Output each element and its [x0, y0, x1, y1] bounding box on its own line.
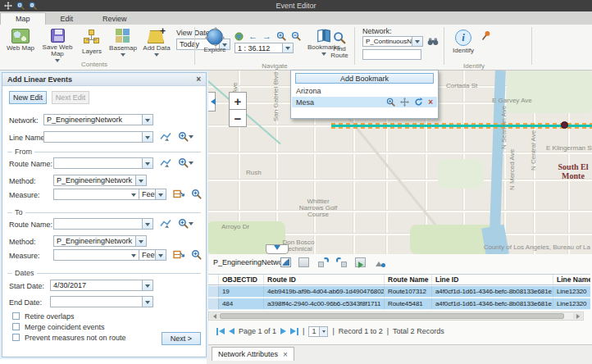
- basemap-button[interactable]: Basemap: [107, 29, 139, 59]
- column-header[interactable]: Route ID: [264, 275, 385, 284]
- from-route-name-combobox[interactable]: [53, 157, 153, 169]
- field-calculator-icon[interactable]: [298, 257, 309, 267]
- dropdown-icon[interactable]: [142, 132, 153, 142]
- previous-extent-icon[interactable]: ←: [248, 32, 257, 41]
- column-header[interactable]: Line Name: [553, 275, 590, 284]
- web-map-button[interactable]: Web Map: [5, 29, 36, 52]
- map-zoom-out-icon[interactable]: [291, 31, 301, 41]
- select-line-on-map-icon[interactable]: [160, 131, 171, 142]
- remove-bookmark-icon[interactable]: ×: [428, 98, 433, 107]
- new-edit-button[interactable]: New Edit: [9, 91, 47, 104]
- dropdown-icon[interactable]: [142, 219, 153, 229]
- network-dropdown-icon[interactable]: [412, 37, 422, 46]
- table-row[interactable]: 484 a398ff4c-2940-4c00-96b6-c5343f8f1711…: [208, 298, 590, 310]
- bookmark-item-mesa[interactable]: Mesa ×: [292, 97, 437, 107]
- network-combobox[interactable]: P_ContinuousNetwork: [362, 36, 423, 47]
- dropdown-icon[interactable]: [142, 280, 153, 290]
- export-records-icon[interactable]: [355, 257, 366, 267]
- layers-button[interactable]: Layers: [78, 30, 106, 55]
- column-header[interactable]: Line ID: [432, 275, 553, 284]
- add-data-button[interactable]: + Add Data: [140, 29, 173, 59]
- next-extent-icon[interactable]: →: [262, 32, 271, 41]
- pan-to-bookmark-icon[interactable]: [400, 98, 409, 107]
- start-date-combobox[interactable]: 4/30/2017: [50, 280, 153, 291]
- last-page-button[interactable]: [290, 328, 298, 335]
- dropdown-icon[interactable]: [142, 115, 153, 125]
- tab-map[interactable]: Map: [0, 12, 46, 25]
- find-binoculars-icon[interactable]: [427, 37, 439, 46]
- map-zoom-in-icon[interactable]: [276, 31, 286, 41]
- sort-records-icon[interactable]: [375, 257, 385, 267]
- to-route-name-combobox[interactable]: [53, 218, 153, 230]
- scroll-right-icon[interactable]: [573, 313, 582, 319]
- next-button[interactable]: Next >: [162, 332, 201, 345]
- network-combobox[interactable]: P_EngineeringNetwork: [43, 114, 153, 125]
- dropdown-icon[interactable]: [155, 250, 166, 260]
- scale-dropdown-icon[interactable]: [282, 43, 293, 52]
- map-zoom-in-button[interactable]: +: [229, 92, 247, 110]
- close-tab-icon[interactable]: ×: [283, 350, 288, 359]
- next-edit-button[interactable]: Next Edit: [52, 91, 89, 104]
- collapse-table-button[interactable]: [266, 244, 289, 254]
- page-select-combobox[interactable]: 1: [308, 326, 328, 337]
- map-zoom-out-button[interactable]: −: [229, 109, 247, 127]
- merge-coincident-checkbox[interactable]: [12, 323, 20, 330]
- switch-selection-icon[interactable]: [336, 257, 347, 267]
- select-route-on-map-icon[interactable]: [160, 157, 171, 168]
- measure-pick-icon[interactable]: [173, 189, 184, 199]
- zoom-to-route-button[interactable]: [178, 157, 196, 168]
- to-measure-combobox[interactable]: [53, 249, 139, 261]
- zoom-to-measure-icon[interactable]: [191, 189, 202, 199]
- dropdown-icon[interactable]: [319, 327, 327, 336]
- previous-page-button[interactable]: [229, 328, 235, 334]
- column-header[interactable]: Route Name: [385, 275, 432, 284]
- bookmark-item-arizona[interactable]: Arizona: [292, 85, 437, 96]
- row-selector[interactable]: [208, 286, 219, 298]
- dropdown-icon[interactable]: [135, 236, 146, 246]
- to-unit-combobox[interactable]: Feet: [139, 249, 166, 261]
- zoom-to-route-button[interactable]: [178, 218, 196, 229]
- collapse-panel-button[interactable]: [207, 92, 216, 111]
- save-web-map-button[interactable]: Save Web Map: [41, 29, 74, 65]
- identify-button[interactable]: i Identify: [449, 30, 477, 54]
- dropdown-icon[interactable]: [135, 175, 146, 185]
- dropdown-icon[interactable]: [142, 158, 153, 168]
- update-bookmark-icon[interactable]: [414, 98, 423, 107]
- close-panel-icon[interactable]: ×: [196, 75, 201, 84]
- row-selector[interactable]: [208, 298, 219, 310]
- end-date-combobox[interactable]: [50, 296, 153, 307]
- pin-icon[interactable]: [480, 30, 491, 41]
- from-measure-combobox[interactable]: [53, 189, 139, 200]
- dropdown-icon[interactable]: [142, 297, 153, 307]
- first-page-button[interactable]: [216, 328, 225, 335]
- line-name-combobox[interactable]: [43, 131, 153, 143]
- to-method-combobox[interactable]: P_EngineeringNetwork: [53, 235, 147, 247]
- explore-button[interactable]: Explore: [201, 29, 229, 53]
- tab-network-attributes[interactable]: Network Attributes ×: [212, 347, 294, 361]
- dropdown-icon[interactable]: [155, 189, 166, 199]
- scale-combobox[interactable]: 1 : 36.112: [235, 43, 294, 53]
- find-route-input[interactable]: [362, 49, 421, 60]
- tab-review[interactable]: Review: [88, 12, 142, 25]
- zoom-to-measure-icon[interactable]: [191, 249, 202, 260]
- scrollbar-thumb[interactable]: [220, 313, 564, 319]
- prevent-measures-checkbox[interactable]: [12, 334, 20, 341]
- zoom-to-bookmark-icon[interactable]: [386, 98, 395, 107]
- table-row[interactable]: 19 4eb9419b-af9b-4d04-ab69-1d490476802b …: [208, 286, 590, 298]
- layer-tab-label[interactable]: P_EngineeringNetwork: [213, 258, 289, 266]
- from-unit-combobox[interactable]: Feet: [139, 189, 166, 200]
- add-bookmark-button[interactable]: Add Bookmark: [295, 73, 434, 84]
- from-method-combobox[interactable]: P_EngineeringNetwork: [53, 175, 147, 186]
- next-page-button[interactable]: [280, 328, 286, 334]
- scroll-left-icon[interactable]: [210, 313, 219, 319]
- horizontal-scrollbar[interactable]: [208, 312, 584, 321]
- tab-edit[interactable]: Edit: [46, 12, 89, 25]
- column-header[interactable]: OBJECTID: [219, 275, 264, 284]
- full-extent-icon[interactable]: [235, 32, 244, 41]
- zoom-to-line-button[interactable]: [178, 131, 196, 142]
- measure-pick-icon[interactable]: [173, 249, 184, 260]
- zoom-to-selection-icon[interactable]: [318, 257, 329, 267]
- find-route-button[interactable]: Find Route: [326, 31, 353, 59]
- retire-overlaps-checkbox[interactable]: [12, 312, 20, 320]
- select-records-icon[interactable]: [280, 257, 291, 267]
